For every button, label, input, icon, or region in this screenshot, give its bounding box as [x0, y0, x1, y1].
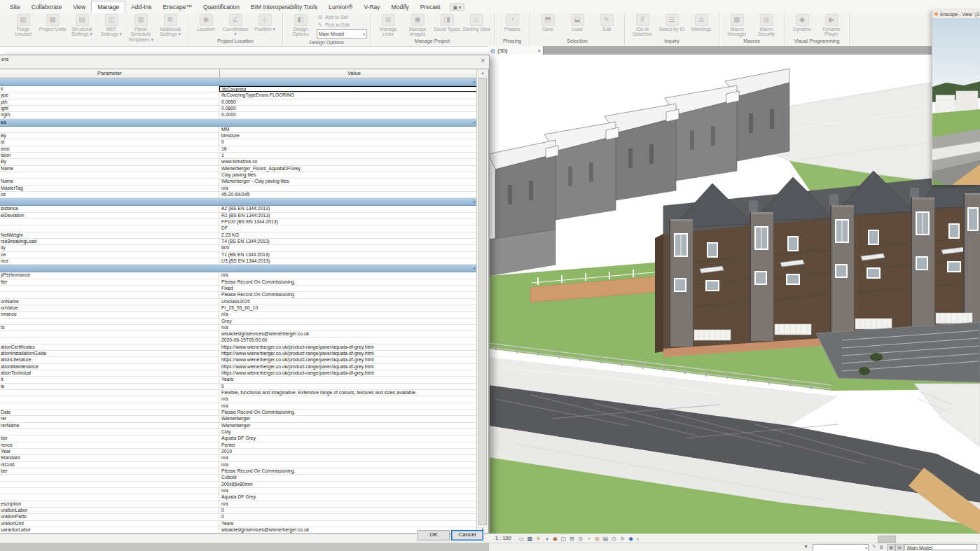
- param-value[interactable]: Wienerberger: [219, 423, 477, 428]
- section-header-row[interactable]: »: [0, 265, 477, 272]
- param-value[interactable]: n/a: [219, 396, 477, 402]
- param-row[interactable]: sistanceA2 (BS EN 1344:2013): [0, 206, 477, 212]
- param-row[interactable]: fierPlease Record On Commissioning.: [0, 279, 477, 286]
- collapse-viewbar-icon[interactable]: ‹: [637, 536, 639, 543]
- warnings-button[interactable]: ⚠Warnings: [687, 13, 715, 32]
- param-row[interactable]: ationMaintenancehttps://www.wienerberger…: [0, 364, 477, 370]
- param-row[interactable]: Aquata DF Grey: [0, 494, 477, 501]
- param-row[interactable]: 2020-05-19T09:00:00: [0, 337, 477, 344]
- edit-button[interactable]: ✎Edit: [593, 13, 621, 32]
- param-value[interactable]: Years: [219, 377, 477, 382]
- param-value[interactable]: Wienerberger: [219, 416, 477, 421]
- param-value[interactable]: 600: [219, 245, 477, 251]
- param-row[interactable]: ity600: [0, 245, 477, 251]
- param-row[interactable]: Bybimstore: [0, 133, 477, 139]
- param-value[interactable]: MM: [219, 127, 477, 132]
- horizontal-scrollbar-thumb[interactable]: [878, 536, 896, 543]
- param-row[interactable]: berPlease Record On Commissioning.: [0, 468, 477, 475]
- param-value[interactable]: A2 (BS EN 1344:2013): [219, 206, 477, 211]
- table-scrollbar[interactable]: ▲ ▼: [476, 69, 488, 533]
- scroll-up-icon[interactable]: ▲: [477, 69, 488, 77]
- coordinates-button[interactable]: ∠Coordinates ▾: [221, 13, 249, 37]
- param-value[interactable]: 0.0650: [219, 99, 477, 105]
- collapse-section-icon[interactable]: »: [471, 121, 475, 123]
- constraints-icon[interactable]: ≡: [619, 535, 626, 543]
- param-row[interactable]: DatePlease Record On Commissioning.: [0, 410, 477, 416]
- sun-path-icon[interactable]: ☀: [534, 535, 542, 543]
- rendering-icon[interactable]: ◉: [551, 535, 559, 543]
- param-value[interactable]: Penter: [219, 442, 477, 448]
- editable-only-icon[interactable]: ✎: [872, 544, 876, 550]
- exclude-options-icon[interactable]: ▤: [895, 544, 904, 551]
- manage-images-button[interactable]: ▣Manage Images: [403, 13, 432, 37]
- param-row[interactable]: ision1: [0, 153, 477, 159]
- ribbon-tab-manage[interactable]: Manage: [91, 1, 125, 13]
- ribbon-overflow-chip[interactable]: ▣ ▾: [450, 4, 464, 11]
- detail-level-icon[interactable]: ▭: [518, 535, 525, 543]
- param-row[interactable]: tsn/a: [0, 325, 477, 331]
- param-value[interactable]: 2.23 KG: [219, 232, 477, 238]
- starting-view-button[interactable]: ⌂Starting View: [462, 13, 490, 32]
- param-value[interactable]: 45-20-64/345: [219, 192, 477, 197]
- ribbon-tab-collaborate[interactable]: Collaborate: [26, 1, 67, 13]
- param-row[interactable]: yPerformancen/a: [0, 272, 477, 279]
- structural-settings-button[interactable]: ▤Structural Settings ▾: [68, 13, 96, 37]
- close-view-tab-icon[interactable]: ×: [537, 48, 541, 54]
- param-row[interactable]: n/a: [0, 403, 477, 410]
- panel-schedule-templates-button[interactable]: ▥Panel Schedule Templates ▾: [127, 13, 155, 42]
- workset-filter-icon[interactable]: ▼: [803, 544, 808, 549]
- param-row[interactable]: Clay paving tiles: [0, 172, 477, 179]
- param-value[interactable]: DF: [219, 225, 477, 231]
- param-row[interactable]: sion16: [0, 146, 477, 153]
- dynamo-player-button[interactable]: ▶Dynamo Player: [817, 13, 846, 37]
- param-value[interactable]: Please Record On Commissioning.: [219, 468, 477, 474]
- ribbon-tab-bim-interoperability-tools[interactable]: BIM Interoperability Tools: [245, 1, 323, 13]
- param-row[interactable]: sIfcCovering: [0, 86, 477, 92]
- param-value[interactable]: 0.2000: [219, 112, 477, 118]
- param-value[interactable]: n/a: [219, 403, 477, 409]
- param-value[interactable]: n/a: [219, 272, 477, 278]
- bim360-icon[interactable]: ◆: [627, 535, 635, 543]
- param-value[interactable]: https://www.wienerberger.co.uk/product-r…: [219, 351, 477, 356]
- param-value[interactable]: Please Record On Commissioning.: [219, 410, 477, 415]
- ribbon-tab-modify[interactable]: Modify: [386, 1, 415, 13]
- param-value[interactable]: Please Record On Commissioning.: [219, 292, 477, 298]
- param-row[interactable]: DF: [0, 225, 477, 232]
- manage-links-button[interactable]: ⧉Manage Links: [374, 13, 402, 37]
- param-row[interactable]: le0: [0, 384, 477, 390]
- collapse-section-icon[interactable]: »: [471, 267, 475, 270]
- param-row[interactable]: Flexible, functional and imaginative. Ex…: [0, 390, 477, 396]
- param-row[interactable]: ight0.0800: [0, 106, 477, 112]
- purge-unused-button[interactable]: ▧Purge Unused: [9, 13, 37, 37]
- macro-security-button[interactable]: ◎Macro Security: [752, 13, 780, 37]
- param-row[interactable]: elDeviationR1 (BS EN 1344:2013): [0, 213, 477, 219]
- param-row[interactable]: wbukdesignservices@wienerberger.co.uk: [0, 331, 477, 337]
- param-row[interactable]: NameWienerberger - Clay paving tiles: [0, 179, 477, 185]
- param-value[interactable]: wbukdesignservices@wienerberger.co.uk: [219, 331, 477, 337]
- lock-view-icon[interactable]: ⊙: [577, 535, 584, 543]
- section-header-row[interactable]: »: [0, 78, 477, 86]
- mep-settings-button[interactable]: ◫MEP Settings ▾: [97, 13, 125, 37]
- param-value[interactable]: 0.0800: [219, 106, 477, 111]
- load-button[interactable]: ⬓Load: [563, 13, 591, 32]
- collapse-section-icon[interactable]: »: [471, 81, 475, 83]
- param-value[interactable]: n/a: [219, 501, 477, 507]
- column-header-value[interactable]: Value: [220, 69, 488, 78]
- design-options-icon[interactable]: ▦: [887, 544, 895, 551]
- param-value[interactable]: n/a: [219, 462, 477, 468]
- param-row[interactable]: 200x65x80mm: [0, 482, 477, 488]
- ribbon-tab-quantification[interactable]: Quantification: [198, 1, 245, 13]
- param-row[interactable]: ationInstallationGuidehttps://www.wiener…: [0, 351, 477, 357]
- ribbon-tab-v-ray[interactable]: V-Ray: [358, 1, 385, 13]
- param-value[interactable]: www.bimstore.co: [219, 159, 477, 165]
- ribbon-tab-precast[interactable]: Precast: [415, 1, 446, 13]
- select-by-id-button[interactable]: ☰Select by ID: [658, 13, 686, 32]
- param-value[interactable]: Grey: [219, 319, 477, 324]
- column-header-parameter[interactable]: Parameter: [0, 69, 220, 78]
- ribbon-tab-enscape[interactable]: Enscape™: [157, 1, 198, 13]
- param-row[interactable]: ceT1 (BS EN 1344:2013): [0, 252, 477, 258]
- phases-button[interactable]: ◔Phases: [498, 13, 526, 32]
- param-value[interactable]: Aquata DF Grey: [219, 435, 477, 441]
- param-value[interactable]: n/a: [219, 325, 477, 330]
- param-value[interactable]: https://www.wienerberger.co.uk/product-r…: [219, 370, 477, 376]
